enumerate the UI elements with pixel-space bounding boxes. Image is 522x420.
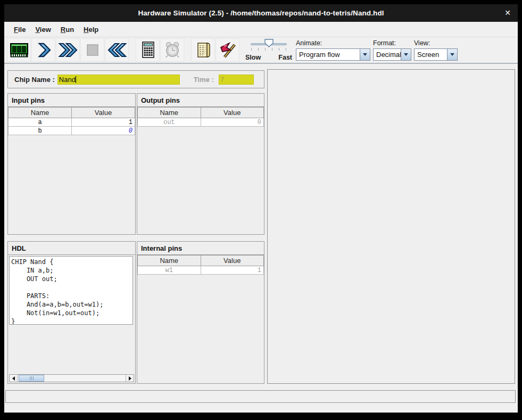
menu-file[interactable]: File bbox=[9, 23, 30, 36]
script-button[interactable] bbox=[191, 38, 215, 62]
breakpoints-button[interactable] bbox=[216, 38, 239, 62]
output-pins-title: Output pins bbox=[137, 94, 264, 107]
triangle-left-icon bbox=[12, 376, 15, 381]
column-header-name: Name bbox=[138, 256, 201, 266]
table-row: b 0 bbox=[9, 127, 135, 135]
animate-dropdown-button[interactable] bbox=[360, 49, 370, 60]
main-content: Chip Name : Nand Time : 7 Input pins Nam… bbox=[4, 64, 518, 411]
app-window: Hardware Simulator (2.5) - /home/thomas/… bbox=[4, 4, 518, 413]
internal-pins-title: Internal pins bbox=[137, 242, 264, 255]
menu-bar: File View Run Help bbox=[4, 22, 518, 37]
chevron-down-icon bbox=[450, 53, 454, 56]
load-chip-button[interactable] bbox=[7, 38, 31, 62]
input-pins-title: Input pins bbox=[8, 94, 135, 107]
format-group: Format: Decimal bbox=[373, 39, 411, 61]
view-select[interactable]: Screen bbox=[414, 48, 458, 61]
hdl-code: CHIP Nand { IN a,b; OUT out; PARTS: And(… bbox=[10, 257, 132, 325]
animate-group: Animate: Program flow bbox=[296, 39, 370, 61]
step-forward-icon bbox=[35, 41, 53, 59]
slider-ticks bbox=[251, 48, 286, 51]
pin-name: out bbox=[138, 118, 201, 127]
internal-pins-table: Name Value w1 1 bbox=[137, 255, 264, 275]
hdl-code-view[interactable]: CHIP Nand { IN a,b; OUT out; PARTS: And(… bbox=[9, 256, 133, 325]
slider-fast-label: Fast bbox=[278, 54, 292, 61]
pin-value[interactable]: 0 bbox=[72, 127, 135, 135]
input-pins-table: Name Value a 1 b 0 bbox=[8, 107, 135, 135]
close-icon[interactable]: ✕ bbox=[504, 9, 511, 17]
menu-run[interactable]: Run bbox=[56, 23, 79, 36]
calculator-icon bbox=[139, 41, 157, 59]
scroll-left-button[interactable] bbox=[10, 375, 18, 382]
single-step-button[interactable] bbox=[31, 38, 55, 62]
menu-view[interactable]: View bbox=[30, 23, 55, 36]
animate-label: Animate: bbox=[296, 39, 370, 47]
column-header-name: Name bbox=[138, 108, 201, 118]
run-button[interactable] bbox=[56, 38, 80, 62]
column-header-value: Value bbox=[201, 108, 264, 118]
pin-name: a bbox=[9, 118, 72, 127]
window-title: Hardware Simulator (2.5) - /home/thomas/… bbox=[138, 9, 384, 17]
hdl-panel: HDL CHIP Nand { IN a,b; OUT out; PARTS: … bbox=[7, 241, 136, 384]
screen-display-panel bbox=[267, 69, 515, 384]
hdl-title: HDL bbox=[8, 242, 135, 255]
table-row: a 1 bbox=[9, 118, 135, 127]
calculator-button[interactable] bbox=[136, 38, 160, 62]
column-header-value: Value bbox=[72, 108, 135, 118]
chip-name-bar: Chip Name : Nand Time : 7 bbox=[7, 70, 264, 88]
animate-select[interactable]: Program flow bbox=[296, 48, 370, 61]
format-value: Decimal bbox=[374, 51, 401, 59]
text-caret bbox=[76, 76, 76, 83]
column-header-name: Name bbox=[9, 108, 72, 118]
flag-icon bbox=[219, 41, 237, 59]
title-bar: Hardware Simulator (2.5) - /home/thomas/… bbox=[4, 4, 518, 22]
chevron-down-icon bbox=[363, 53, 367, 56]
pin-name: w1 bbox=[138, 266, 201, 275]
format-dropdown-button[interactable] bbox=[401, 49, 411, 60]
time-label: Time : bbox=[194, 76, 214, 84]
scrollbar-thumb[interactable] bbox=[19, 375, 44, 382]
input-pins-panel: Input pins Name Value a 1 b 0 bbox=[7, 93, 136, 235]
pin-value: 1 bbox=[201, 266, 264, 275]
internal-pins-panel: Internal pins Name Value w1 1 bbox=[137, 241, 264, 384]
menu-help[interactable]: Help bbox=[79, 23, 103, 36]
view-label: View: bbox=[414, 39, 458, 47]
triangle-right-icon bbox=[129, 376, 131, 381]
alarm-clock-icon bbox=[163, 41, 181, 59]
memory-chip-icon bbox=[10, 41, 29, 59]
slider-slow-label: Slow bbox=[245, 54, 261, 61]
scroll-icon bbox=[194, 41, 212, 59]
hdl-horizontal-scrollbar[interactable] bbox=[9, 374, 134, 382]
rewind-icon bbox=[107, 41, 127, 59]
status-bar bbox=[5, 390, 516, 403]
speed-slider[interactable]: Slow Fast bbox=[244, 38, 293, 62]
view-value: Screen bbox=[415, 51, 447, 59]
format-select[interactable]: Decimal bbox=[373, 48, 411, 61]
pin-value[interactable]: 1 bbox=[72, 118, 135, 127]
toolbar: Slow Fast Animate: Program flow Format: … bbox=[4, 37, 518, 64]
column-header-value: Value bbox=[201, 256, 264, 266]
time-field: 7 bbox=[219, 75, 254, 85]
scrollbar-track[interactable] bbox=[18, 375, 126, 382]
stop-icon bbox=[84, 41, 102, 59]
pin-value: 0 bbox=[201, 118, 264, 127]
chevron-down-icon bbox=[404, 53, 408, 56]
format-label: Format: bbox=[373, 39, 411, 47]
fast-forward-icon bbox=[58, 41, 78, 59]
animate-value: Program flow bbox=[296, 51, 360, 59]
pin-name: b bbox=[9, 127, 72, 135]
scroll-right-button[interactable] bbox=[126, 375, 134, 382]
table-row: w1 1 bbox=[138, 266, 264, 275]
clock-button[interactable] bbox=[160, 38, 184, 62]
output-pins-panel: Output pins Name Value out 0 bbox=[137, 93, 264, 235]
chip-name-input[interactable]: Nand bbox=[57, 75, 180, 85]
table-row: out 0 bbox=[138, 118, 264, 127]
output-pins-table: Name Value out 0 bbox=[137, 107, 264, 127]
reset-button[interactable] bbox=[105, 38, 129, 62]
chip-name-label: Chip Name : bbox=[14, 76, 55, 84]
stop-button[interactable] bbox=[80, 38, 104, 62]
view-group: View: Screen bbox=[414, 39, 458, 61]
view-dropdown-button[interactable] bbox=[447, 49, 457, 60]
